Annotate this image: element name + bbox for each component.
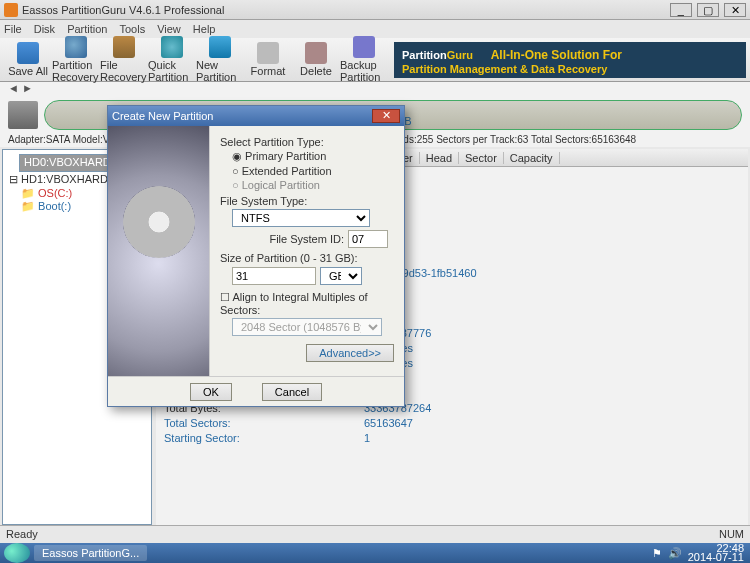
totalsectors-value: 65163647 bbox=[364, 417, 413, 429]
ok-button[interactable]: OK bbox=[190, 383, 232, 401]
format-label: Format bbox=[251, 65, 286, 77]
align-checkbox-row[interactable]: ☐ Align to Integral Multiples of Sectors… bbox=[220, 291, 394, 316]
clock[interactable]: 22:48 2014-07-11 bbox=[688, 544, 744, 562]
dialog-title-bar[interactable]: Create New Partition ✕ bbox=[108, 106, 404, 126]
file-recovery-icon bbox=[113, 36, 135, 58]
fsid-input[interactable] bbox=[348, 230, 388, 248]
brand-b: Guru bbox=[447, 49, 473, 61]
create-partition-dialog: Create New Partition ✕ Select Partition … bbox=[107, 105, 405, 407]
minimize-button[interactable]: _ bbox=[670, 3, 692, 17]
col-capacity[interactable]: Capacity bbox=[504, 152, 560, 164]
product-banner: PartitionGuru All-In-One Solution For Pa… bbox=[394, 42, 746, 78]
format-icon bbox=[257, 42, 279, 64]
quick-partition-label: Quick Partition bbox=[148, 59, 196, 83]
nav-arrows: ◄ ► bbox=[0, 82, 750, 98]
taskbar: Eassos PartitionG... ⚑ 🔊 22:48 2014-07-1… bbox=[0, 543, 750, 563]
size-unit-select[interactable]: GB bbox=[320, 267, 362, 285]
start-button[interactable] bbox=[4, 543, 30, 563]
delete-button[interactable]: Delete bbox=[292, 42, 340, 77]
system-tray: ⚑ 🔊 22:48 2014-07-11 bbox=[646, 544, 750, 562]
partition-recovery-button[interactable]: Partition Recovery bbox=[52, 36, 100, 83]
toolbar: Save All Partition Recovery File Recover… bbox=[0, 38, 750, 82]
new-partition-label: New Partition bbox=[196, 59, 244, 83]
size-label: Size of Partition (0 - 31 GB): bbox=[220, 252, 394, 264]
dialog-title: Create New Partition bbox=[112, 110, 372, 122]
partition-recovery-icon bbox=[65, 36, 87, 58]
menu-disk[interactable]: Disk bbox=[34, 23, 55, 35]
startingsector-label: Starting Sector: bbox=[164, 431, 364, 446]
status-num: NUM bbox=[719, 528, 744, 541]
banner-line2: Partition Management & Data Recovery bbox=[402, 63, 738, 75]
status-bar: Ready NUM bbox=[0, 525, 750, 543]
menu-file[interactable]: File bbox=[4, 23, 22, 35]
tray-volume-icon[interactable]: 🔊 bbox=[668, 547, 682, 560]
banner-line1: All-In-One Solution For bbox=[491, 48, 622, 62]
file-recovery-label: File Recovery bbox=[100, 59, 148, 83]
menu-tools[interactable]: Tools bbox=[119, 23, 145, 35]
menu-partition[interactable]: Partition bbox=[67, 23, 107, 35]
fsid-label: File System ID: bbox=[269, 233, 344, 245]
brand-a: Partition bbox=[402, 49, 447, 61]
dialog-hdd-image bbox=[108, 126, 210, 376]
radio-extended[interactable]: ○ Extended Partition bbox=[232, 165, 394, 177]
window-title: Eassos PartitionGuru V4.6.1 Professional bbox=[22, 4, 668, 16]
taskbar-app[interactable]: Eassos PartitionG... bbox=[34, 545, 147, 561]
delete-label: Delete bbox=[300, 65, 332, 77]
save-label: Save All bbox=[8, 65, 48, 77]
menu-view[interactable]: View bbox=[157, 23, 181, 35]
new-partition-icon bbox=[209, 36, 231, 58]
col-sector2[interactable]: Sector bbox=[459, 152, 504, 164]
tray-flag-icon[interactable]: ⚑ bbox=[652, 547, 662, 560]
align-select: 2048 Sector (1048576 Byte) bbox=[232, 318, 382, 336]
col-head2[interactable]: Head bbox=[420, 152, 459, 164]
fs-type-select[interactable]: NTFS bbox=[232, 209, 370, 227]
backup-label: Backup Partition bbox=[340, 59, 388, 83]
fs-type-label: File System Type: bbox=[220, 195, 394, 207]
dialog-footer: OK Cancel bbox=[108, 376, 404, 406]
totalsectors-label: Total Sectors: bbox=[164, 416, 364, 431]
close-button[interactable]: ✕ bbox=[724, 3, 746, 17]
cancel-button[interactable]: Cancel bbox=[262, 383, 322, 401]
title-bar: Eassos PartitionGuru V4.6.1 Professional… bbox=[0, 0, 750, 20]
radio-primary[interactable]: ◉ Primary Partition bbox=[232, 150, 394, 163]
status-ready: Ready bbox=[6, 528, 719, 541]
size-input[interactable] bbox=[232, 267, 316, 285]
save-icon bbox=[17, 42, 39, 64]
quick-partition-button[interactable]: Quick Partition bbox=[148, 36, 196, 83]
quick-partition-icon bbox=[161, 36, 183, 58]
select-type-label: Select Partition Type: bbox=[220, 136, 394, 148]
hdd-icon bbox=[8, 101, 38, 129]
delete-icon bbox=[305, 42, 327, 64]
file-recovery-button[interactable]: File Recovery bbox=[100, 36, 148, 83]
startingsector-value: 1 bbox=[364, 432, 370, 444]
backup-icon bbox=[353, 36, 375, 58]
partition-recovery-label: Partition Recovery bbox=[52, 59, 100, 83]
save-all-button[interactable]: Save All bbox=[4, 42, 52, 77]
dialog-form: Select Partition Type: ◉ Primary Partiti… bbox=[210, 126, 404, 376]
app-icon bbox=[4, 3, 18, 17]
menu-help[interactable]: Help bbox=[193, 23, 216, 35]
format-button[interactable]: Format bbox=[244, 42, 292, 77]
new-partition-button[interactable]: New Partition bbox=[196, 36, 244, 83]
dialog-close-button[interactable]: ✕ bbox=[372, 109, 400, 123]
backup-partition-button[interactable]: Backup Partition bbox=[340, 36, 388, 83]
radio-logical: ○ Logical Partition bbox=[232, 179, 394, 191]
maximize-button[interactable]: ▢ bbox=[697, 3, 719, 17]
advanced-button[interactable]: Advanced>> bbox=[306, 344, 394, 362]
